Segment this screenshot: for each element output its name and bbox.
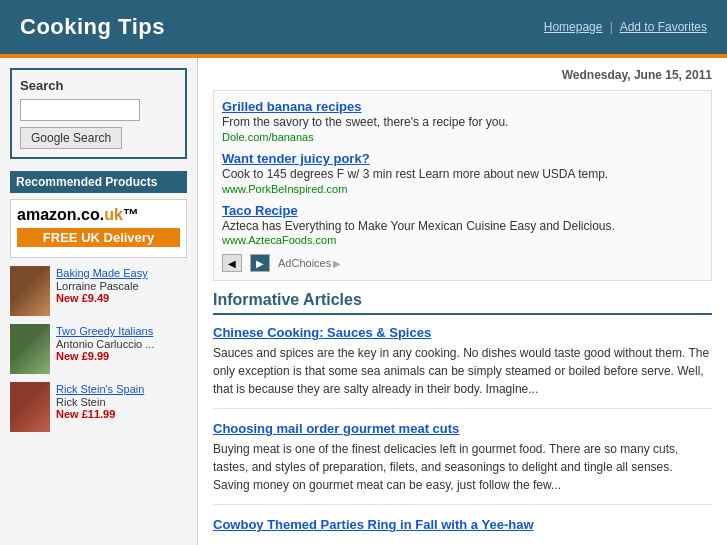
- search-input[interactable]: [20, 99, 140, 121]
- article-item: Choosing mail order gourmet meat cuts Bu…: [213, 421, 712, 505]
- product-title[interactable]: Rick Stein's Spain: [56, 382, 187, 396]
- adchoices-label: AdChoices ▶: [278, 257, 341, 269]
- product-thumbnail: [10, 382, 50, 432]
- articles-heading: Informative Articles: [213, 291, 712, 315]
- article-title[interactable]: Chinese Cooking: Sauces & Spices: [213, 325, 712, 340]
- amazon-logo: amazon.co.uk™: [17, 206, 180, 224]
- sidebar: Search Google Search Recommended Product…: [0, 58, 198, 545]
- ad-prev-button[interactable]: ◀: [222, 254, 242, 272]
- ad-item: Taco Recipe Azteca has Everything to Mak…: [222, 203, 703, 247]
- product-info: Baking Made Easy Lorraine Pascale New £9…: [56, 266, 187, 304]
- amazon-free-delivery: FREE UK Delivery: [17, 228, 180, 247]
- product-thumbnail: [10, 324, 50, 374]
- article-item: Cowboy Themed Parties Ring in Fall with …: [213, 517, 712, 545]
- site-title: Cooking Tips: [20, 14, 165, 40]
- product-title[interactable]: Baking Made Easy: [56, 266, 187, 280]
- favorites-link[interactable]: Add to Favorites: [620, 20, 707, 34]
- product-info: Two Greedy Italians Antonio Carluccio ..…: [56, 324, 187, 362]
- adchoices-icon: ▶: [333, 258, 341, 269]
- page-layout: Search Google Search Recommended Product…: [0, 58, 727, 545]
- product-author: Antonio Carluccio ...: [56, 338, 187, 350]
- ad-next-button[interactable]: ▶: [250, 254, 270, 272]
- date-display: Wednesday, June 15, 2011: [213, 68, 712, 82]
- main-content: Wednesday, June 15, 2011 Grilled banana …: [198, 58, 727, 545]
- site-header: Cooking Tips Homepage | Add to Favorites: [0, 0, 727, 54]
- ad-url: Dole.com/bananas: [222, 131, 703, 143]
- search-section: Search Google Search: [10, 68, 187, 159]
- article-title[interactable]: Choosing mail order gourmet meat cuts: [213, 421, 712, 436]
- ad-item: Grilled banana recipes From the savory t…: [222, 99, 703, 143]
- header-links: Homepage | Add to Favorites: [544, 20, 707, 34]
- recommended-label: Recommended Products: [10, 171, 187, 193]
- ad-desc: Cook to 145 degrees F w/ 3 min rest Lear…: [222, 166, 703, 183]
- ad-title[interactable]: Grilled banana recipes: [222, 99, 361, 114]
- article-title[interactable]: Cowboy Themed Parties Ring in Fall with …: [213, 517, 712, 532]
- google-search-button[interactable]: Google Search: [20, 127, 122, 149]
- product-author: Lorraine Pascale: [56, 280, 187, 292]
- product-price: New £9.49: [56, 292, 187, 304]
- ad-title[interactable]: Taco Recipe: [222, 203, 298, 218]
- ad-url: www.PorkBeInspired.com: [222, 183, 703, 195]
- product-item: Two Greedy Italians Antonio Carluccio ..…: [10, 324, 187, 374]
- product-author: Rick Stein: [56, 396, 187, 408]
- product-item: Rick Stein's Spain Rick Stein New £11.99: [10, 382, 187, 432]
- product-thumbnail: [10, 266, 50, 316]
- product-price: New £11.99: [56, 408, 187, 420]
- product-price: New £9.99: [56, 350, 187, 362]
- ads-section: Grilled banana recipes From the savory t…: [213, 90, 712, 281]
- homepage-link[interactable]: Homepage: [544, 20, 603, 34]
- ad-item: Want tender juicy pork? Cook to 145 degr…: [222, 151, 703, 195]
- ad-title[interactable]: Want tender juicy pork?: [222, 151, 370, 166]
- article-item: Chinese Cooking: Sauces & Spices Sauces …: [213, 325, 712, 409]
- product-info: Rick Stein's Spain Rick Stein New £11.99: [56, 382, 187, 420]
- search-label: Search: [20, 78, 177, 93]
- product-title[interactable]: Two Greedy Italians: [56, 324, 187, 338]
- ad-url: www.AztecaFoods.com: [222, 234, 703, 246]
- amazon-banner: amazon.co.uk™ FREE UK Delivery: [10, 199, 187, 258]
- article-desc: Buying meat is one of the finest delicac…: [213, 440, 712, 494]
- ad-desc: From the savory to the sweet, there's a …: [222, 114, 703, 131]
- article-desc: Sauces and spices are the key in any coo…: [213, 344, 712, 398]
- ad-navigation: ◀ ▶ AdChoices ▶: [222, 254, 703, 272]
- product-item: Baking Made Easy Lorraine Pascale New £9…: [10, 266, 187, 316]
- ad-desc: Azteca has Everything to Make Your Mexic…: [222, 218, 703, 235]
